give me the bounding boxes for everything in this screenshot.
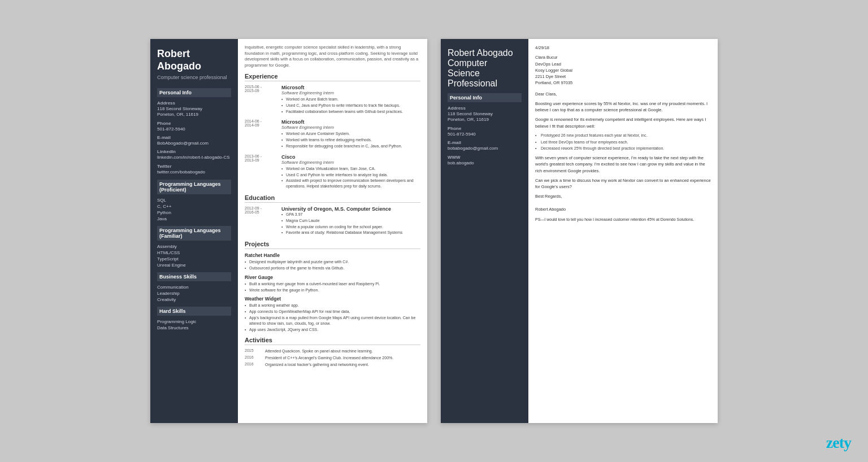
email-value: BobAbogado@gmail.com [157,141,231,146]
personal-info-heading: Personal Info [157,88,231,97]
edu-bullet: Magna Cum Laude [281,218,402,224]
cl-www-value: bob.abogado [448,160,522,166]
activities-heading: Activities [245,337,420,345]
zety-logo: zety [826,434,851,452]
project-name-3: Weather Widget [245,296,420,302]
cl-personal-info-heading: Personal Info [448,93,522,102]
project-bullet: Built a working river gauge from a culve… [245,281,420,287]
cl-paragraph-1: Boosting user experience scores by 55% a… [535,101,711,114]
exp-bullet: Responsible for debugging code branches … [281,143,402,149]
activity-row-1: 2015 Attended Quackcon. Spoke on panel a… [245,348,420,354]
skill-python: Python [157,210,231,215]
skill-communication: Communication [157,285,231,290]
cl-paragraph-4: Can we pick a time to discuss how my wor… [535,177,711,190]
cl-closing-name: Robert Abogado [535,206,711,212]
phone-label: Phone [157,121,231,126]
linkedin-label: LinkedIn [157,149,231,154]
project-name-1: Ratchet Handle [245,252,420,258]
address-value: 118 Second StonewayPoneton, OR, 11619 [157,106,231,118]
cl-paragraph-2: Google is renowned for its extremely com… [535,116,711,129]
email-label: E-mail [157,135,231,140]
experience-heading: Experience [245,73,420,81]
cl-main: 4/29/18 Clara BucurDevOps LeadKosy Logge… [528,39,718,423]
edu-school-1: University of Oregon, M.S. Computer Scie… [281,206,402,212]
cl-recipient: Clara BucurDevOps LeadKosy Logger Global… [535,54,711,86]
phone-value: 501-872-5940 [157,127,231,132]
project-bullet: Designed multiplayer labyrinth and puzzl… [245,259,420,265]
projects-heading: Projects [245,241,420,249]
resume-main: Inquisitive, energetic computer science … [238,39,427,423]
business-skills-heading: Business Skills [157,272,231,281]
experience-block-1: 2015-06 -2015-09 Microsoft Software Engi… [245,85,420,115]
twitter-value: twitter.com/bobabogado [157,169,231,175]
skill-sql: SQL [157,198,231,203]
project-bullet: App's background is a map pulled from Go… [245,315,420,326]
cl-date: 4/29/18 [535,45,711,51]
education-block-1: 2012-09 -2016-05 University of Oregon, M… [245,206,420,236]
activity-year-3: 2016 [245,362,261,368]
skill-assembly: Assembly [157,244,231,249]
exp-bullet: Worked on Data Virtualization team, San … [281,166,420,172]
resume-sidebar: Robert Abogado Computer science professi… [150,39,238,423]
skill-data-structures: Data Structures [157,325,231,330]
cl-salutation: Dear Clara, [535,91,711,97]
cl-paragraph-3: With seven years of computer science exp… [535,155,711,174]
experience-block-3: 2013-06 -2013-09 Cisco Software Engineer… [245,154,420,190]
project-bullet: App uses JavaScript, JQuery and CSS. [245,327,420,333]
cl-address-value: 118 Second StonewayPoneton, OR, 11619 [448,111,522,123]
activity-row-2: 2016 President of C++'s Arcangel's Gamin… [245,355,420,361]
exp-company-1: Microsoft [281,85,403,90]
skill-typescript: TypeScript [157,256,231,261]
cl-bullets: Prototyped 26 new product features each … [535,133,711,151]
cl-name: Robert Abogado [448,48,522,58]
activity-text-3: Organized a local hacker's gathering and… [265,362,369,368]
cl-address-label: Address [448,106,522,111]
activity-year-2: 2016 [245,355,261,361]
cl-email-label: E-mail [448,140,522,145]
exp-bullet: Worked on Azure Container System. [281,131,402,137]
cl-phone-value: 501-872-5940 [448,132,522,137]
exp-role-1: Software Engineering Intern [281,90,403,95]
skill-programming-logic: Programming Logic [157,319,231,324]
cl-phone-label: Phone [448,126,522,131]
exp-dates-2: 2014-06 -2014-09 [245,119,276,149]
linkedin-value: linkedin.com/in/robert-t-abogado-CS [157,155,231,160]
project-bullet: Outsourced portions of the game to frien… [245,265,420,271]
skill-c: C, C++ [157,204,231,209]
cl-email-value: bobabogado@gmail.com [448,146,522,151]
exp-dates-1: 2015-06 -2015-09 [245,85,276,115]
exp-company-3: Cisco [281,154,420,160]
address-label: Address [157,101,231,106]
skill-java: Java [157,216,231,221]
prog-proficient-heading: Programming Languages (Proficient) [157,180,231,194]
exp-bullet: Worked on Azure Batch team. [281,97,403,102]
resume-title: Computer science professional [157,75,231,81]
cl-bullet-2: Led three DevOps teams of four employees… [535,140,711,145]
project-name-2: River Gauge [245,274,420,280]
activity-row-3: 2016 Organized a local hacker's gatherin… [245,362,420,368]
twitter-label: Twitter [157,164,231,169]
edu-dates-1: 2012-09 -2016-05 [245,206,276,236]
exp-company-2: Microsoft [281,119,402,125]
skill-creativity: Creativity [157,297,231,302]
education-heading: Education [245,194,420,203]
exp-bullet: Used C and Python to write interfaces to… [281,172,420,178]
cl-closing: Best Regards, Robert Abogado [535,193,711,212]
resume-summary: Inquisitive, energetic computer science … [245,45,420,68]
activity-year-1: 2015 [245,348,261,354]
exp-dates-3: 2013-06 -2013-09 [245,154,276,190]
resume-document: Robert Abogado Computer science professi… [150,39,427,423]
prog-familiar-heading: Programming Languages (Familiar) [157,226,231,241]
experience-block-2: 2014-06 -2014-09 Microsoft Software Engi… [245,119,420,149]
resume-name: Robert Abogado [157,48,231,72]
exp-bullet: Used C, Java and Python to write interfa… [281,103,403,108]
activity-text-2: President of C++'s Arcangel's Gaming Clu… [265,355,393,361]
cl-www-label: WWW [448,155,522,160]
exp-role-3: Software Engineering Intern [281,160,420,165]
edu-bullet: GPA 3.97 [281,212,402,217]
cl-sidebar: Robert Abogado Computer Science Professi… [441,39,528,423]
skill-unreal: Unreal Engine [157,263,231,268]
hard-skills-heading: Hard Skills [157,307,231,316]
skill-htmlcss: HTML/CSS [157,250,231,255]
project-bullet: Built a working weather app. [245,303,420,308]
